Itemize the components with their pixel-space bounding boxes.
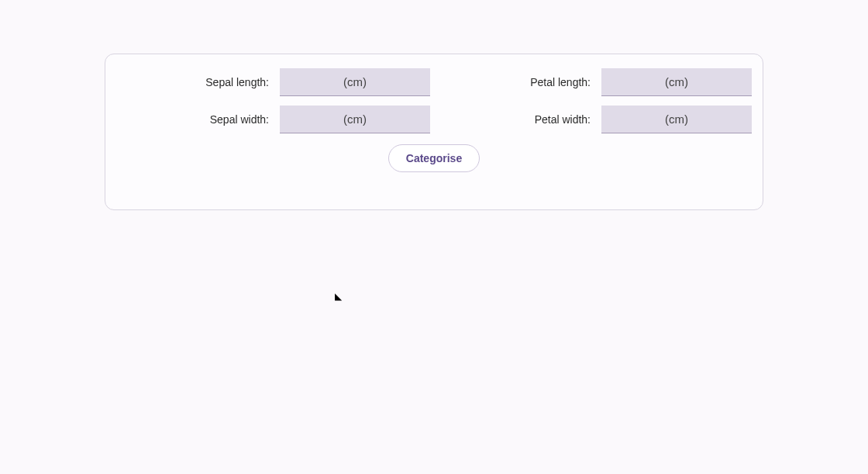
form-card: Sepal length: Petal length: Sepal width:… bbox=[105, 54, 763, 210]
petal-length-label: Petal length: bbox=[530, 76, 591, 88]
sepal-width-label: Sepal width: bbox=[210, 113, 269, 126]
petal-width-label: Petal width: bbox=[535, 113, 591, 126]
petal-width-input[interactable] bbox=[601, 106, 752, 133]
field-sepal-length: Sepal length: bbox=[116, 68, 430, 96]
button-row: Categorise bbox=[116, 144, 752, 172]
sepal-width-input[interactable] bbox=[280, 106, 430, 133]
sepal-length-label: Sepal length: bbox=[205, 76, 269, 88]
field-petal-length: Petal length: bbox=[438, 68, 752, 96]
categorise-button[interactable]: Categorise bbox=[388, 144, 480, 172]
field-petal-width: Petal width: bbox=[438, 106, 752, 133]
petal-length-input[interactable] bbox=[601, 68, 752, 96]
cursor-icon: ◣ bbox=[335, 291, 342, 302]
field-sepal-width: Sepal width: bbox=[116, 106, 430, 133]
sepal-length-input[interactable] bbox=[280, 68, 430, 96]
form-grid: Sepal length: Petal length: Sepal width:… bbox=[116, 68, 752, 133]
